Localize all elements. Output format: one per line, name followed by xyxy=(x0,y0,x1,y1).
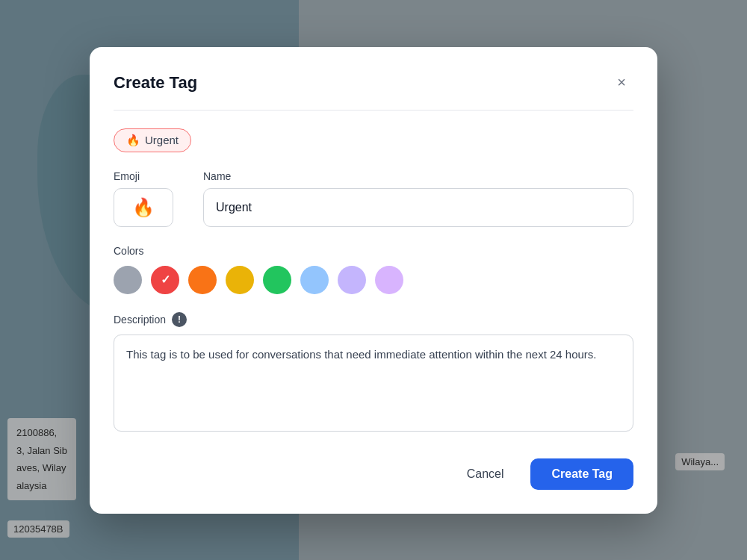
create-tag-modal: Create Tag × 🔥 Urgent Emoji 🔥 Name xyxy=(90,47,657,514)
color-blue[interactable] xyxy=(300,266,329,294)
modal-header: Create Tag × xyxy=(114,71,633,111)
form-row-emoji-name: Emoji 🔥 Name xyxy=(114,170,633,227)
color-gray[interactable] xyxy=(114,266,142,294)
modal-footer: Cancel Create Tag xyxy=(114,458,633,490)
colors-section: Colors xyxy=(114,245,633,294)
create-tag-button[interactable]: Create Tag xyxy=(530,458,633,490)
close-button[interactable]: × xyxy=(610,71,633,95)
color-red[interactable] xyxy=(151,266,179,294)
emoji-value: 🔥 xyxy=(132,197,155,218)
emoji-input[interactable]: 🔥 xyxy=(114,188,173,227)
modal-title: Create Tag xyxy=(114,73,197,93)
modal-overlay: Create Tag × 🔥 Urgent Emoji 🔥 Name xyxy=(0,0,747,560)
description-textarea[interactable]: This tag is to be used for conversations… xyxy=(114,335,633,432)
color-yellow[interactable] xyxy=(226,266,254,294)
tag-preview-emoji: 🔥 xyxy=(126,134,140,147)
info-icon: ! xyxy=(172,312,187,327)
color-orange[interactable] xyxy=(188,266,217,294)
name-input[interactable] xyxy=(203,188,633,227)
cancel-button[interactable]: Cancel xyxy=(452,458,519,490)
name-group: Name xyxy=(203,170,633,227)
color-purple[interactable] xyxy=(375,266,403,294)
emoji-label: Emoji xyxy=(114,170,188,182)
color-green[interactable] xyxy=(263,266,291,294)
close-icon: × xyxy=(617,74,626,91)
tag-preview: 🔥 Urgent xyxy=(114,128,191,152)
color-lavender[interactable] xyxy=(338,266,366,294)
tag-preview-label: Urgent xyxy=(145,134,179,146)
name-label: Name xyxy=(203,170,633,182)
description-section: Description ! This tag is to be used for… xyxy=(114,312,633,435)
description-label: Description xyxy=(114,314,166,326)
description-label-row: Description ! xyxy=(114,312,633,327)
emoji-group: Emoji 🔥 xyxy=(114,170,188,227)
colors-label: Colors xyxy=(114,245,633,257)
colors-row xyxy=(114,266,633,294)
